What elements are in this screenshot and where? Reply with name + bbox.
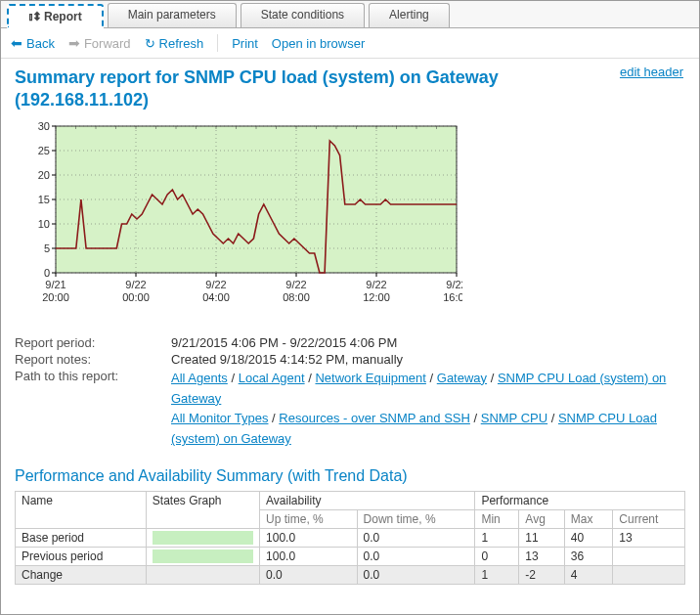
svg-text:20:00: 20:00 (42, 291, 69, 303)
chart-icon: ⫾⬍ (28, 10, 40, 23)
th-current: Current (613, 509, 685, 528)
table-cell (613, 565, 685, 584)
svg-text:15: 15 (38, 194, 50, 205)
states-graph-cell (146, 547, 259, 565)
meta-notes-value: Created 9/18/2015 4:14:52 PM, manually (171, 352, 685, 367)
summary-table: Name States Graph Availability Performan… (15, 491, 685, 585)
path-separator: / (426, 371, 437, 385)
th-performance: Performance (475, 491, 685, 509)
tab-report-label: Report (44, 10, 82, 23)
tab-alerting-label: Alerting (389, 8, 429, 22)
path-link[interactable]: Resources - over SNMP and SSH (279, 411, 470, 425)
forward-label: Forward (84, 36, 131, 51)
svg-text:30: 30 (38, 122, 50, 132)
svg-text:9/21: 9/21 (45, 279, 66, 290)
table-cell: Previous period (16, 547, 147, 565)
table-cell: 36 (564, 547, 613, 565)
path-link[interactable]: All Monitor Types (171, 411, 268, 425)
svg-text:25: 25 (38, 145, 50, 156)
chart-container: 0510152025309/2120:009/2200:009/2204:009… (22, 122, 685, 308)
path-link[interactable]: SNMP CPU (481, 411, 547, 425)
table-cell: 1 (475, 565, 519, 584)
open-browser-label: Open in browser (272, 36, 365, 51)
tab-report[interactable]: ⫾⬍Report (7, 4, 104, 28)
svg-text:5: 5 (44, 242, 50, 254)
meta-notes: Report notes: Created 9/18/2015 4:14:52 … (15, 352, 685, 367)
svg-text:9/22: 9/22 (285, 279, 306, 290)
svg-text:9/22: 9/22 (366, 279, 386, 290)
path-link[interactable]: Gateway (437, 371, 487, 385)
tab-state-cond-label: State conditions (261, 8, 344, 22)
refresh-button[interactable]: ↻Refresh (145, 36, 204, 51)
th-down: Down time, % (357, 509, 475, 528)
svg-text:9/22: 9/22 (205, 279, 226, 290)
svg-text:16:00: 16:00 (443, 291, 462, 303)
states-graph-cell (146, 565, 259, 584)
meta-path-label: Path to this report: (15, 369, 171, 450)
svg-text:12:00: 12:00 (363, 291, 390, 303)
table-row: Previous period100.00.001336 (16, 547, 685, 565)
tab-main-params-label: Main parameters (128, 8, 216, 22)
table-cell: 0.0 (357, 565, 475, 584)
path-separator: / (547, 411, 558, 425)
path-separator: / (470, 411, 481, 425)
refresh-label: Refresh (159, 36, 204, 51)
forward-arrow-icon: ➡ (68, 36, 80, 50)
line-chart: 0510152025309/2120:009/2200:009/2204:009… (22, 122, 462, 308)
svg-text:10: 10 (38, 218, 50, 230)
th-up: Up time, % (260, 509, 358, 528)
table-cell: 0 (475, 547, 519, 565)
toolbar: ⬅Back ➡Forward ↻Refresh Print Open in br… (1, 28, 699, 59)
table-cell: 13 (613, 528, 685, 547)
table-cell: 0.0 (260, 565, 358, 584)
meta-period: Report period: 9/21/2015 4:06 PM - 9/22/… (15, 335, 685, 350)
th-name: Name (16, 491, 147, 528)
path-separator: / (487, 371, 498, 385)
meta-path: Path to this report: All Agents / Local … (15, 369, 685, 450)
meta-path-value: All Agents / Local Agent / Network Equip… (171, 369, 685, 450)
path-separator: / (228, 371, 239, 385)
table-cell: 13 (519, 547, 564, 565)
toolbar-divider (217, 34, 218, 52)
table-cell: -2 (519, 565, 564, 584)
edit-header-link[interactable]: edit header (620, 65, 683, 79)
print-label: Print (232, 36, 258, 51)
tab-state-conditions[interactable]: State conditions (241, 3, 365, 27)
table-row: Base period100.00.01114013 (16, 528, 685, 547)
svg-text:00:00: 00:00 (122, 291, 150, 303)
tab-main-parameters[interactable]: Main parameters (108, 3, 237, 27)
table-cell: 100.0 (260, 547, 358, 565)
path-separator: / (268, 411, 279, 425)
th-max: Max (564, 509, 613, 528)
meta-period-value: 9/21/2015 4:06 PM - 9/22/2015 4:06 PM (171, 335, 685, 350)
svg-text:9/22: 9/22 (125, 279, 146, 290)
path-link[interactable]: Network Equipment (315, 371, 425, 385)
states-graph-cell (146, 528, 259, 547)
table-cell: 0.0 (357, 528, 475, 547)
forward-button[interactable]: ➡Forward (68, 36, 131, 51)
back-button[interactable]: ⬅Back (11, 36, 55, 51)
meta-notes-label: Report notes: (15, 352, 171, 367)
back-label: Back (26, 36, 55, 51)
tab-bar: ⫾⬍Report Main parameters State condition… (1, 1, 699, 28)
path-link[interactable]: All Agents (171, 371, 228, 385)
print-button[interactable]: Print (232, 36, 258, 51)
path-link[interactable]: Local Agent (239, 371, 305, 385)
table-cell: 100.0 (260, 528, 358, 547)
table-cell: Base period (16, 528, 147, 547)
refresh-icon: ↻ (145, 36, 155, 51)
table-cell: 0.0 (357, 547, 475, 565)
table-cell: 4 (564, 565, 613, 584)
section-title: Performance and Availability Summary (wi… (15, 467, 685, 485)
table-row: Change0.00.01-24 (16, 565, 685, 584)
open-browser-button[interactable]: Open in browser (272, 36, 365, 51)
svg-text:0: 0 (44, 267, 50, 279)
th-availability: Availability (260, 491, 475, 509)
svg-text:9/22: 9/22 (446, 279, 462, 290)
content-area: edit header Summary report for SNMP CPU … (1, 59, 699, 611)
state-bar (153, 549, 253, 563)
th-states: States Graph (146, 491, 259, 528)
table-cell: Change (16, 565, 147, 584)
tab-alerting[interactable]: Alerting (369, 3, 450, 27)
state-bar (153, 531, 253, 545)
